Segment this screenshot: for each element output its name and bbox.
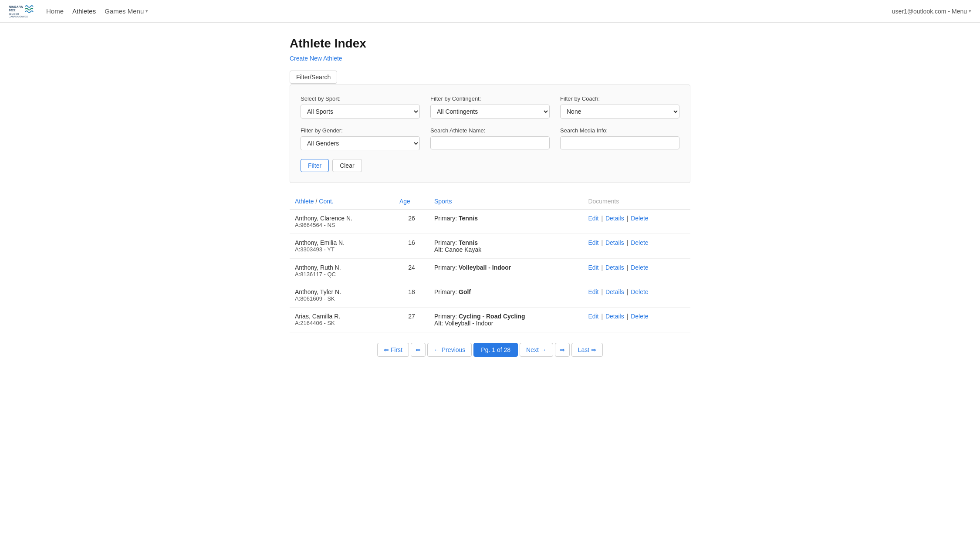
action-sep: | — [600, 288, 605, 295]
media-info-group: Search Media Info: — [560, 127, 679, 150]
last-page-button[interactable]: Last ⇒ — [571, 343, 603, 357]
th-sports: Sports — [429, 193, 583, 210]
current-page: Pg. 1 of 28 — [473, 343, 518, 357]
th-age: Age — [394, 193, 429, 210]
sport-filter-group: Select by Sport: All SportsTennisCanoe K… — [301, 95, 420, 118]
th-athlete: Athlete / Cont. — [290, 193, 394, 210]
contingent-filter-group: Filter by Contingent: All Contingents — [430, 95, 550, 118]
primary-sport: Primary: Volleyball - Indoor — [434, 264, 578, 271]
main-content: Athlete Index Create New Athlete Filter/… — [281, 23, 699, 379]
delete-link[interactable]: Delete — [631, 215, 648, 222]
actions-cell: Edit | Details | Delete — [583, 259, 690, 283]
table-row: Anthony, Tyler N.A:8061609 - SK18Primary… — [290, 283, 690, 308]
filter-toggle-button[interactable]: Filter/Search — [290, 71, 337, 84]
athlete-cell: Anthony, Tyler N.A:8061609 - SK — [290, 283, 394, 308]
athlete-name: Arias, Camilla R. — [295, 313, 389, 320]
details-link[interactable]: Details — [605, 288, 624, 295]
edit-link[interactable]: Edit — [588, 239, 598, 246]
media-info-label: Search Media Info: — [560, 127, 679, 134]
edit-link[interactable]: Edit — [588, 215, 598, 222]
athlete-name: Anthony, Ruth N. — [295, 264, 389, 271]
sports-cell: Primary: Volleyball - Indoor — [429, 259, 583, 283]
athlete-name: Anthony, Clarence N. — [295, 215, 389, 222]
action-sep: | — [625, 215, 630, 222]
contingent-select[interactable]: All Contingents — [430, 105, 550, 118]
sports-cell: Primary: Tennis — [429, 210, 583, 234]
edit-link[interactable]: Edit — [588, 288, 598, 295]
athlete-id: A:8061609 - SK — [295, 295, 389, 302]
age-cell: 18 — [394, 283, 429, 308]
athletes-table: Athlete / Cont. Age Sports Documents Ant… — [290, 193, 690, 332]
primary-sport: Primary: Cycling - Road Cycling — [434, 313, 578, 320]
filter-row-2: Filter by Gender: All GendersMaleFemaleO… — [301, 127, 679, 150]
actions-cell: Edit | Details | Delete — [583, 210, 690, 234]
delete-link[interactable]: Delete — [631, 288, 648, 295]
svg-text:NIAGARA: NIAGARA — [9, 5, 23, 8]
age-cell: 27 — [394, 308, 429, 332]
nav-games-menu[interactable]: Games Menu ▾ — [105, 7, 148, 15]
athlete-name-group: Search Athlete Name: — [430, 127, 550, 150]
athlete-cell: Arias, Camilla R.A:2164406 - SK — [290, 308, 394, 332]
actions-cell: Edit | Details | Delete — [583, 283, 690, 308]
first-page-button[interactable]: ⇐ First — [377, 343, 409, 357]
coach-filter-group: Filter by Coach: None — [560, 95, 679, 118]
brand-logo: NIAGARA 2022 JEUX DU CANADA GAMES — [9, 3, 36, 20]
table-row: Anthony, Ruth N.A:8136117 - QC24Primary:… — [290, 259, 690, 283]
athlete-name: Anthony, Tyler N. — [295, 288, 389, 295]
nav-athletes[interactable]: Athletes — [72, 7, 96, 15]
table-row: Arias, Camilla R.A:2164406 - SK27Primary… — [290, 308, 690, 332]
filter-button[interactable]: Filter — [301, 159, 329, 172]
table-row: Anthony, Emilia N.A:3303493 - YT16Primar… — [290, 234, 690, 259]
media-info-input[interactable] — [560, 136, 679, 149]
age-cell: 24 — [394, 259, 429, 283]
sports-cell: Primary: TennisAlt: Canoe Kayak — [429, 234, 583, 259]
contingent-label: Filter by Contingent: — [430, 95, 550, 102]
user-menu[interactable]: user1@outlook.com - Menu ▾ — [892, 8, 971, 15]
athlete-cell: Anthony, Ruth N.A:8136117 - QC — [290, 259, 394, 283]
edit-link[interactable]: Edit — [588, 313, 598, 320]
athlete-name: Anthony, Emilia N. — [295, 239, 389, 246]
athlete-id: A:2164406 - SK — [295, 320, 389, 326]
actions-cell: Edit | Details | Delete — [583, 234, 690, 259]
page-title: Athlete Index — [290, 37, 690, 51]
action-sep: | — [600, 313, 605, 320]
table-header: Athlete / Cont. Age Sports Documents — [290, 193, 690, 210]
next-arrow-button[interactable]: ⇒ — [555, 343, 570, 357]
clear-button[interactable]: Clear — [332, 159, 362, 172]
details-link[interactable]: Details — [605, 264, 624, 271]
svg-text:2022: 2022 — [9, 9, 16, 12]
action-sep: | — [625, 313, 630, 320]
athlete-cell: Anthony, Clarence N.A:9664564 - NS — [290, 210, 394, 234]
create-athlete-link[interactable]: Create New Athlete — [290, 55, 342, 62]
primary-sport: Primary: Tennis — [434, 239, 578, 246]
alt-sport: Alt: Volleyball - Indoor — [434, 320, 578, 327]
navbar: NIAGARA 2022 JEUX DU CANADA GAMES Home A… — [0, 0, 980, 23]
athlete-name-label: Search Athlete Name: — [430, 127, 550, 134]
coach-select[interactable]: None — [560, 105, 679, 118]
filter-panel: Select by Sport: All SportsTennisCanoe K… — [290, 85, 690, 183]
pagination: ⇐ First ⇐ ← Previous Pg. 1 of 28 Next → … — [290, 343, 690, 365]
nav-links: Home Athletes Games Menu ▾ — [46, 7, 892, 15]
svg-text:CANADA GAMES: CANADA GAMES — [9, 15, 28, 18]
gender-label: Filter by Gender: — [301, 127, 420, 134]
details-link[interactable]: Details — [605, 239, 624, 246]
sport-select[interactable]: All SportsTennisCanoe KayakVolleyball - … — [301, 105, 420, 118]
details-link[interactable]: Details — [605, 215, 624, 222]
age-cell: 16 — [394, 234, 429, 259]
next-page-button[interactable]: Next → — [520, 343, 553, 357]
athlete-id: A:3303493 - YT — [295, 246, 389, 253]
athlete-cell: Anthony, Emilia N.A:3303493 - YT — [290, 234, 394, 259]
athlete-name-input[interactable] — [430, 136, 550, 149]
delete-link[interactable]: Delete — [631, 264, 648, 271]
edit-link[interactable]: Edit — [588, 264, 598, 271]
th-documents: Documents — [583, 193, 690, 210]
previous-page-button[interactable]: ← Previous — [427, 343, 472, 357]
details-link[interactable]: Details — [605, 313, 624, 320]
delete-link[interactable]: Delete — [631, 239, 648, 246]
nav-home[interactable]: Home — [46, 7, 64, 15]
action-sep: | — [625, 239, 630, 246]
prev-arrow-button[interactable]: ⇐ — [411, 343, 426, 357]
gender-select[interactable]: All GendersMaleFemaleOther — [301, 136, 420, 150]
delete-link[interactable]: Delete — [631, 313, 648, 320]
action-sep: | — [600, 264, 605, 271]
